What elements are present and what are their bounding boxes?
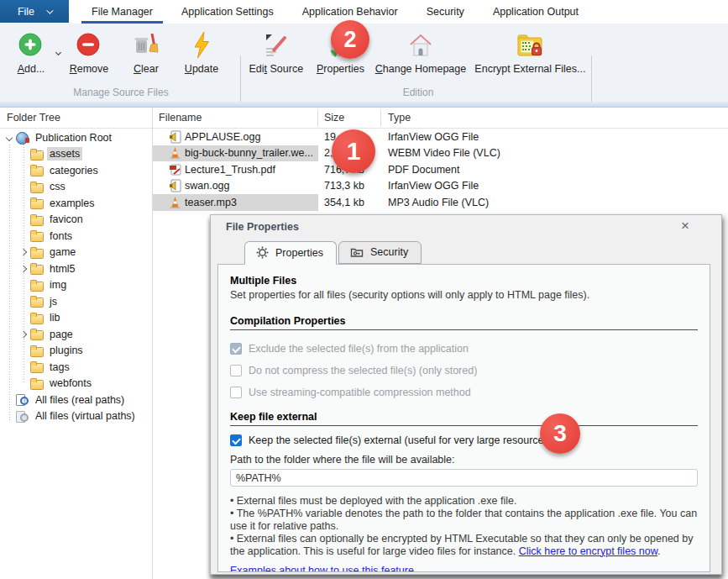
examples-feature-link[interactable]: Examples about how to use this feature bbox=[230, 565, 414, 572]
chevron-right-icon[interactable] bbox=[18, 263, 29, 275]
main-tabs: File Manager Application Settings Applic… bbox=[77, 0, 593, 24]
home-icon bbox=[406, 29, 435, 62]
publication-root-icon bbox=[15, 131, 29, 144]
encrypt-external-files-label: Encrypt External Files... bbox=[474, 63, 585, 75]
tree-item-all-files-virtual-paths[interactable]: All files (virtual paths) bbox=[0, 408, 152, 425]
dialog-tab-security[interactable]: Security bbox=[338, 241, 422, 264]
files-search-icon bbox=[15, 393, 29, 406]
keep-external-checkbox[interactable] bbox=[230, 434, 242, 446]
folder-tree-header: Folder Tree bbox=[0, 108, 152, 129]
close-icon[interactable]: × bbox=[681, 218, 689, 233]
tab-security[interactable]: Security bbox=[412, 0, 479, 24]
streaming-compression-checkbox[interactable] bbox=[230, 387, 242, 398]
no-compress-checkbox[interactable] bbox=[230, 365, 242, 376]
clear-icon bbox=[132, 29, 160, 62]
chevron-down-icon bbox=[46, 7, 53, 13]
add-icon bbox=[18, 29, 45, 62]
column-header-type[interactable]: Type bbox=[381, 110, 728, 126]
edit-source-label: Edit Source bbox=[249, 63, 303, 75]
tree-item-categories[interactable]: categories bbox=[0, 162, 152, 179]
tree-item-plugins[interactable]: plugins bbox=[0, 343, 152, 360]
annotation-badge-2: 2 bbox=[331, 20, 369, 59]
group-label-manage-source-files: Manage Source Files bbox=[5, 87, 237, 98]
file-menu-label: File bbox=[18, 6, 34, 18]
folder-icon bbox=[29, 361, 44, 373]
tree-item-webfonts[interactable]: webfonts bbox=[0, 376, 152, 392]
folder-icon bbox=[29, 262, 44, 275]
dialog-properties-panel: Multiple Files Set properties for all fi… bbox=[217, 264, 710, 572]
ribbon-bottom-band bbox=[0, 102, 728, 108]
encrypt-external-files-button[interactable]: Encrypt External Files... bbox=[469, 27, 591, 75]
folder-icon bbox=[29, 213, 44, 226]
file-row-applause-ogg[interactable]: APPLAUSE.ogg 19 IrfanView OGG File bbox=[153, 129, 728, 145]
folder-tree: Publication Root assets categories css e… bbox=[0, 129, 152, 579]
properties-label: Properties bbox=[317, 63, 364, 75]
pdf-file-icon bbox=[168, 163, 181, 176]
ogg-audio-file-icon bbox=[168, 179, 181, 192]
file-row-lecture1-trush-pdf[interactable]: Lecture1_Trush.pdf 716,7 kb PDF Document bbox=[153, 161, 728, 178]
file-menu-button[interactable]: File bbox=[0, 0, 69, 23]
tree-item-all-files-real-paths[interactable]: All files (real paths) bbox=[0, 392, 152, 408]
external-files-notes: External files must be deployed with the… bbox=[230, 495, 698, 557]
tree-item-fonts[interactable]: fonts bbox=[0, 228, 152, 245]
path-field-label: Path to the folder where the file will b… bbox=[230, 454, 698, 466]
tree-item-examples[interactable]: examples bbox=[0, 195, 152, 212]
update-icon bbox=[188, 29, 215, 62]
file-list-header: Filename Size Type bbox=[153, 108, 728, 129]
tab-file-manager[interactable]: File Manager bbox=[77, 0, 167, 24]
tab-application-settings[interactable]: Application Settings bbox=[167, 0, 288, 24]
file-row-swan-ogg[interactable]: swan.ogg 713,3 kb IrfanView OGG File bbox=[153, 178, 728, 195]
column-header-size[interactable]: Size bbox=[318, 110, 381, 126]
clear-button[interactable]: Clear bbox=[121, 27, 171, 75]
chevron-right-icon[interactable] bbox=[18, 329, 29, 340]
tree-item-css[interactable]: css bbox=[0, 179, 152, 196]
tab-application-output[interactable]: Application Output bbox=[479, 0, 593, 24]
file-row-big-buck-bunny[interactable]: big-buck-bunny_trailer.we... 2, WEBM Vid… bbox=[153, 145, 728, 162]
path-input[interactable] bbox=[230, 469, 698, 487]
dialog-title: File Properties bbox=[226, 221, 299, 233]
file-row-teaser-mp3[interactable]: teaser.mp3 354,1 kb MP3 Audio File (VLC) bbox=[153, 194, 728, 211]
folder-key-icon bbox=[350, 246, 364, 258]
exclude-files-checkbox[interactable] bbox=[230, 343, 242, 355]
ribbon-group-manage-source-files: Add... Remove bbox=[5, 27, 237, 99]
tree-item-assets[interactable]: assets bbox=[0, 146, 152, 163]
group-label-edition: Edition bbox=[245, 87, 591, 98]
add-label: Add... bbox=[18, 63, 45, 75]
folder-icon bbox=[29, 229, 44, 242]
checkbox-row-keep-external: Keep the selected file(s) external (usef… bbox=[230, 434, 698, 446]
tree-item-game[interactable]: game bbox=[0, 245, 152, 261]
file-properties-dialog: File Properties × Properties bbox=[210, 214, 722, 575]
multiple-files-heading: Multiple Files bbox=[230, 275, 698, 287]
edit-source-icon bbox=[263, 29, 290, 62]
vlc-cone-icon bbox=[168, 196, 181, 209]
edit-source-button[interactable]: Edit Source bbox=[245, 27, 307, 75]
remove-icon bbox=[76, 29, 102, 62]
note-deploy-exe: External files must be deployed with the… bbox=[230, 495, 698, 507]
tree-item-page[interactable]: page bbox=[0, 326, 152, 343]
tree-item-lib[interactable]: lib bbox=[0, 310, 152, 327]
tree-item-img[interactable]: img bbox=[0, 277, 152, 294]
column-header-filename[interactable]: Filename bbox=[153, 110, 318, 126]
folder-icon bbox=[29, 295, 44, 308]
tree-item-js[interactable]: js bbox=[0, 293, 152, 310]
chevron-right-icon[interactable] bbox=[18, 246, 29, 258]
folder-icon bbox=[29, 148, 44, 161]
encrypt-files-now-link[interactable]: Click here to encrypt files now bbox=[519, 545, 657, 557]
remove-button[interactable]: Remove bbox=[59, 27, 119, 75]
note-path-variable: The %PATH% variable denotes the path to … bbox=[230, 508, 698, 532]
tree-item-tags[interactable]: tags bbox=[0, 359, 152, 376]
tree-item-html5[interactable]: html5 bbox=[0, 261, 152, 277]
note-encryption: External files can optionally be encrypt… bbox=[230, 533, 698, 557]
update-button[interactable]: Update bbox=[173, 27, 230, 75]
vlc-cone-icon bbox=[168, 146, 181, 160]
tree-item-publication-root[interactable]: Publication Root bbox=[0, 129, 152, 146]
folder-icon bbox=[29, 345, 44, 357]
chevron-down-icon[interactable] bbox=[3, 132, 15, 144]
remove-label: Remove bbox=[70, 63, 109, 75]
encrypt-folder-lock-icon bbox=[515, 29, 545, 62]
dialog-tab-properties[interactable]: Properties bbox=[244, 241, 337, 265]
add-button[interactable]: Add... bbox=[5, 27, 57, 75]
folder-icon bbox=[29, 197, 44, 209]
change-homepage-button[interactable]: Change Homepage bbox=[374, 27, 467, 75]
tree-item-favicon[interactable]: favicon bbox=[0, 212, 152, 229]
